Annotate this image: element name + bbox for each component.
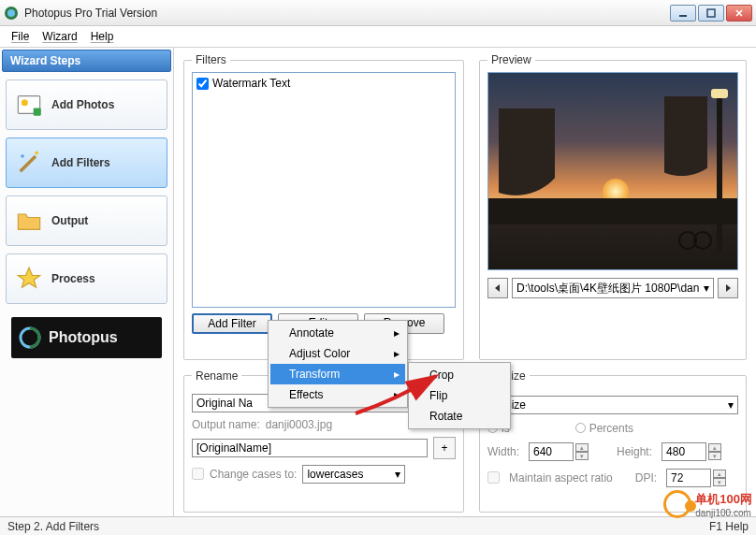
case-option-text: lowercases — [307, 468, 363, 481]
rename-template-input[interactable] — [192, 439, 428, 457]
next-image-button[interactable] — [718, 278, 738, 298]
transform-submenu: Crop Flip Rotate — [408, 362, 511, 429]
image-path-text: D:\tools\桌面\4K壁纸图片 1080P\dan — [516, 281, 699, 296]
menu-adjust-color[interactable]: Adjust Color▸ — [270, 343, 405, 364]
menu-wizard[interactable]: Wizard — [36, 28, 82, 45]
width-label: Width: — [487, 445, 519, 458]
height-input[interactable]: ▴▾ — [662, 442, 721, 461]
svg-point-4 — [22, 99, 28, 106]
watermark-logo-icon — [663, 490, 691, 518]
submenu-crop[interactable]: Crop — [411, 365, 508, 385]
corner-watermark: 单机100网 danji100.com — [663, 490, 752, 518]
change-cases-checkbox[interactable] — [192, 468, 204, 480]
down-icon[interactable]: ▾ — [713, 478, 726, 486]
height-label: Height: — [617, 445, 652, 458]
status-step: Step 2. Add Filters — [7, 520, 99, 533]
watermark-line2: danji100.com — [695, 508, 752, 518]
filters-fieldset: Filters Watermark Text Add Filter Edit R… — [183, 53, 464, 360]
rename-scheme-text: Original Na — [196, 397, 253, 410]
width-input[interactable]: ▴▾ — [529, 442, 589, 461]
wand-icon — [16, 150, 42, 176]
add-filter-button[interactable]: Add Filter — [192, 313, 272, 334]
step-label: Add Photos — [51, 98, 114, 111]
dpi-label: DPI: — [635, 471, 657, 484]
sidebar-header: Wizard Steps — [2, 50, 171, 72]
percents-radio[interactable]: Percents — [575, 422, 633, 435]
step-output[interactable]: Output — [6, 195, 167, 246]
brand-logo-icon — [19, 326, 41, 349]
statusbar: Step 2. Add Filters F1 Help — [0, 516, 756, 535]
chevron-down-icon: ▾ — [728, 398, 734, 412]
preview-fieldset: Preview D:\tools\桌面\4K壁纸图片 1080P\dan ▾ — [479, 53, 747, 360]
add-filter-context-menu: Annotate▸ Adjust Color▸ Transform▸ Effec… — [268, 320, 408, 408]
aspect-ratio-label: Maintain aspect ratio — [509, 471, 613, 484]
sidebar: Wizard Steps Add Photos Add Filters Outp… — [0, 48, 174, 516]
svg-point-6 — [21, 154, 24, 158]
step-label: Add Filters — [51, 156, 110, 169]
folder-icon — [16, 208, 42, 234]
svg-rect-5 — [34, 108, 41, 116]
submenu-flip[interactable]: Flip — [411, 385, 508, 406]
plus-icon: + — [441, 441, 447, 455]
app-icon — [4, 6, 19, 21]
prev-image-button[interactable] — [487, 278, 508, 298]
case-select[interactable]: lowercases ▾ — [302, 465, 405, 484]
window-title: Photopus Pro Trial Version — [24, 7, 670, 20]
filter-label: Watermark Text — [212, 77, 290, 90]
filter-checkbox[interactable] — [196, 78, 209, 90]
step-label: Output — [51, 214, 88, 227]
menu-effects[interactable]: Effects▸ — [270, 384, 405, 405]
step-label: Process — [51, 272, 95, 285]
chevron-down-icon: ▾ — [704, 282, 709, 295]
submenu-rotate[interactable]: Rotate — [411, 406, 508, 427]
image-path-select[interactable]: D:\tools\桌面\4K壁纸图片 1080P\dan ▾ — [512, 278, 714, 298]
step-process[interactable]: Process — [6, 253, 167, 304]
menu-transform[interactable]: Transform▸ — [270, 364, 405, 384]
up-icon[interactable]: ▴ — [713, 470, 726, 478]
filters-legend: Filters — [192, 53, 230, 66]
chevron-right-icon: ▸ — [394, 347, 400, 360]
close-button[interactable] — [726, 5, 752, 22]
status-help: F1 Help — [709, 520, 749, 533]
output-name-label: Output name: — [192, 418, 260, 431]
menu-help[interactable]: Help — [85, 28, 120, 45]
preview-image — [487, 72, 738, 270]
down-icon[interactable]: ▾ — [708, 452, 721, 460]
menu-annotate[interactable]: Annotate▸ — [270, 323, 405, 343]
brand-banner: Photopus — [11, 317, 162, 358]
rename-add-token-button[interactable]: + — [433, 437, 456, 459]
resize-mode-select[interactable]: al Size ▾ — [487, 396, 738, 414]
output-name-value: danji0003.jpg — [266, 418, 332, 431]
step-add-photos[interactable]: Add Photos — [6, 80, 167, 130]
step-add-filters[interactable]: Add Filters — [6, 137, 167, 188]
aspect-ratio-checkbox[interactable] — [487, 471, 500, 484]
down-icon[interactable]: ▾ — [575, 452, 589, 460]
chevron-right-icon: ▸ — [394, 388, 400, 401]
chevron-down-icon: ▾ — [395, 468, 400, 481]
svg-rect-1 — [679, 15, 687, 17]
rename-legend: Rename — [192, 369, 241, 383]
watermark-line1: 单机100网 — [695, 491, 752, 508]
star-icon — [16, 266, 42, 292]
photos-icon — [16, 92, 42, 118]
titlebar: Photopus Pro Trial Version — [0, 0, 756, 26]
filter-item[interactable]: Watermark Text — [196, 77, 451, 90]
chevron-right-icon: ▸ — [394, 368, 400, 381]
filter-list[interactable]: Watermark Text — [192, 72, 456, 308]
menu-file[interactable]: File — [6, 28, 35, 45]
dpi-input[interactable]: ▴▾ — [666, 469, 726, 487]
minimize-button[interactable] — [670, 5, 696, 22]
up-icon[interactable]: ▴ — [708, 443, 721, 452]
brand-text: Photopus — [49, 329, 118, 346]
preview-legend: Preview — [487, 53, 535, 66]
chevron-right-icon: ▸ — [394, 326, 400, 340]
svg-rect-2 — [707, 9, 715, 17]
change-cases-label: Change cases to: — [210, 468, 297, 481]
main-panel: Filters Watermark Text Add Filter Edit R… — [174, 48, 756, 516]
menubar: File Wizard Help — [0, 26, 756, 47]
up-icon[interactable]: ▴ — [575, 443, 589, 452]
maximize-button[interactable] — [698, 5, 724, 22]
